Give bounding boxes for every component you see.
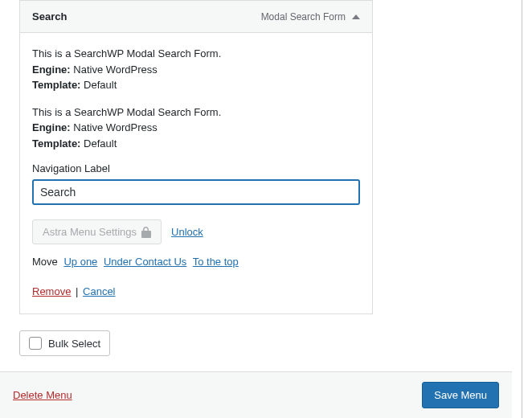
template-value: Default bbox=[80, 79, 117, 91]
bulk-select-label: Bulk Select bbox=[48, 338, 100, 350]
action-separator: | bbox=[72, 285, 81, 297]
template-label: Template: bbox=[32, 137, 80, 150]
collapse-icon[interactable] bbox=[352, 14, 360, 19]
navigation-label-input[interactable] bbox=[32, 179, 360, 205]
navigation-label-caption: Navigation Label bbox=[32, 162, 360, 174]
panel-type-text: Modal Search Form bbox=[261, 11, 346, 23]
menu-item-panel: Search Modal Search Form This is a Searc… bbox=[19, 0, 373, 314]
cancel-link[interactable]: Cancel bbox=[83, 285, 115, 297]
template-label: Template: bbox=[32, 79, 80, 91]
template-value: Default bbox=[80, 137, 117, 150]
engine-value: Native WordPress bbox=[71, 64, 158, 76]
move-label: Move bbox=[32, 256, 58, 268]
footer-bar: Delete Menu Save Menu bbox=[0, 371, 512, 418]
bulk-select-wrap: Bulk Select bbox=[19, 330, 502, 356]
move-up-one[interactable]: Up one bbox=[63, 256, 97, 268]
panel-title: Search bbox=[32, 10, 67, 23]
astra-menu-settings-button: Astra Menu Settings bbox=[32, 219, 162, 244]
save-menu-button[interactable]: Save Menu bbox=[422, 382, 499, 408]
unlock-link[interactable]: Unlock bbox=[171, 226, 203, 238]
remove-link[interactable]: Remove bbox=[32, 285, 71, 297]
bulk-select-button[interactable]: Bulk Select bbox=[19, 330, 110, 356]
panel-body: This is a SearchWP Modal Search Form. En… bbox=[20, 33, 372, 314]
engine-label: Engine: bbox=[32, 64, 71, 76]
panel-type-label: Modal Search Form bbox=[261, 11, 360, 23]
engine-value: Native WordPress bbox=[71, 121, 158, 133]
info-intro: This is a SearchWP Modal Search Form. bbox=[32, 46, 360, 62]
info-block: This is a SearchWP Modal Search Form. En… bbox=[32, 46, 360, 93]
move-row: Move Up one Under Contact Us To the top bbox=[32, 256, 360, 268]
lock-icon bbox=[141, 227, 151, 238]
move-to-top[interactable]: To the top bbox=[193, 256, 239, 268]
panel-header[interactable]: Search Modal Search Form bbox=[20, 1, 372, 33]
info-intro: This is a SearchWP Modal Search Form. bbox=[32, 104, 360, 121]
item-actions-row: Remove | Cancel bbox=[32, 285, 360, 297]
bulk-select-checkbox[interactable] bbox=[29, 337, 42, 350]
move-under[interactable]: Under Contact Us bbox=[104, 256, 186, 268]
engine-label: Engine: bbox=[32, 121, 71, 133]
astra-settings-row: Astra Menu Settings Unlock bbox=[32, 219, 360, 244]
info-block: This is a SearchWP Modal Search Form. En… bbox=[32, 104, 360, 152]
astra-button-label: Astra Menu Settings bbox=[43, 226, 137, 238]
delete-menu-link[interactable]: Delete Menu bbox=[13, 389, 72, 401]
